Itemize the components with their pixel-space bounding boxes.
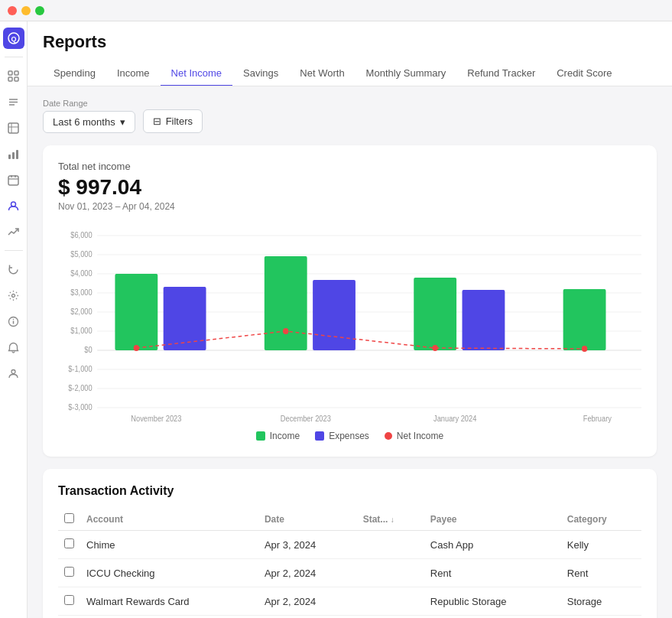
person-icon[interactable] bbox=[3, 195, 24, 216]
tab-credit-score[interactable]: Credit Score bbox=[546, 61, 622, 86]
bar-chart: $6,000 $5,000 $4,000 $3,000 $2,000 $1,00… bbox=[58, 224, 641, 423]
maximize-dot[interactable] bbox=[35, 6, 44, 15]
tab-refund-tracker[interactable]: Refund Tracker bbox=[456, 61, 546, 86]
filters-button[interactable]: ⊟ Filters bbox=[143, 109, 203, 133]
svg-rect-3 bbox=[15, 71, 18, 75]
refresh-icon[interactable] bbox=[3, 259, 24, 280]
col-date: Date bbox=[258, 509, 357, 531]
svg-text:$-2,000: $-2,000 bbox=[68, 384, 93, 392]
content-area: Date Range Last 6 months ▾ ⊟ Filters Tot… bbox=[28, 86, 672, 618]
bar-dec-income bbox=[265, 256, 307, 350]
svg-text:$0: $0 bbox=[84, 346, 92, 354]
filters-row: Date Range Last 6 months ▾ ⊟ Filters bbox=[43, 99, 657, 133]
table-header-row: Account Date Stat... ↓ Payee Category bbox=[58, 509, 641, 531]
notification-icon[interactable] bbox=[3, 337, 24, 358]
svg-text:$6,000: $6,000 bbox=[70, 231, 92, 239]
row-account: Walmart Rewards Card bbox=[80, 587, 258, 616]
checkbox-header bbox=[58, 509, 80, 531]
svg-text:January 2024: January 2024 bbox=[433, 415, 477, 423]
row-checkbox[interactable] bbox=[64, 595, 74, 605]
col-status[interactable]: Stat... ↓ bbox=[357, 509, 424, 531]
user-avatar-icon[interactable] bbox=[3, 363, 24, 384]
chart-card: Total net income $ 997.04 Nov 01, 2023 –… bbox=[43, 145, 657, 457]
income-legend-label: Income bbox=[270, 431, 300, 441]
row-date: Apr 2, 2024 bbox=[258, 587, 357, 616]
trend-icon[interactable] bbox=[3, 221, 24, 242]
svg-point-23 bbox=[13, 318, 15, 320]
close-dot[interactable] bbox=[8, 6, 17, 15]
tab-net-income[interactable]: Net Income bbox=[161, 61, 232, 86]
tab-monthly-summary[interactable]: Monthly Summary bbox=[355, 61, 457, 86]
dot-dec bbox=[283, 328, 288, 334]
table-row: ICCU Checking Apr 2, 2024 Rent Rent bbox=[58, 559, 641, 587]
row-category: Storage bbox=[561, 587, 641, 616]
svg-rect-14 bbox=[16, 150, 18, 159]
logo-icon[interactable]: Q bbox=[3, 28, 24, 49]
row-category: Rent bbox=[561, 559, 641, 587]
col-category: Category bbox=[561, 509, 641, 531]
row-status bbox=[357, 587, 424, 616]
page-title: Reports bbox=[43, 32, 657, 52]
bar-nov-income bbox=[115, 274, 157, 350]
sort-icon: ↓ bbox=[391, 516, 394, 524]
row-payee: Republic Storage bbox=[424, 587, 561, 616]
legend-income: Income bbox=[256, 431, 300, 441]
chevron-down-icon: ▾ bbox=[120, 116, 125, 128]
sidebar: Q bbox=[0, 21, 28, 618]
svg-point-19 bbox=[11, 202, 16, 207]
tab-net-worth[interactable]: Net Worth bbox=[289, 61, 355, 86]
row-payee: Rent bbox=[424, 559, 561, 587]
transaction-activity-card: Transaction Activity Account Date Stat..… bbox=[43, 469, 657, 618]
table-row: Chime Apr 3, 2024 Cash App Kelly bbox=[58, 531, 641, 559]
date-range-button[interactable]: Last 6 months ▾ bbox=[43, 111, 135, 133]
sidebar-divider-1 bbox=[5, 57, 23, 57]
reports-icon[interactable] bbox=[3, 143, 24, 164]
info-icon[interactable] bbox=[3, 311, 24, 332]
transactions-icon[interactable] bbox=[3, 91, 24, 112]
row-checkbox-cell bbox=[58, 587, 80, 616]
row-checkbox-cell bbox=[58, 559, 80, 587]
minimize-dot[interactable] bbox=[21, 6, 31, 15]
row-checkbox-cell bbox=[58, 531, 80, 559]
svg-text:$-1,000: $-1,000 bbox=[68, 365, 93, 373]
svg-text:$1,000: $1,000 bbox=[70, 327, 92, 335]
select-all-checkbox[interactable] bbox=[64, 513, 74, 523]
expenses-legend-label: Expenses bbox=[329, 431, 369, 441]
row-account: Chime bbox=[80, 531, 258, 559]
date-range-value: Last 6 months bbox=[53, 116, 115, 128]
col-account: Account bbox=[80, 509, 258, 531]
svg-rect-4 bbox=[8, 77, 12, 81]
filter-icon: ⊟ bbox=[153, 115, 161, 127]
tabs-bar: Spending Income Net Income Savings Net W… bbox=[43, 61, 657, 86]
main-content: Reports Spending Income Net Income Savin… bbox=[28, 21, 672, 618]
svg-rect-15 bbox=[8, 176, 18, 185]
bar-nov-expenses bbox=[164, 287, 206, 350]
tab-savings[interactable]: Savings bbox=[232, 61, 289, 86]
budget-icon[interactable] bbox=[3, 117, 24, 138]
row-date: Apr 2, 2024 bbox=[258, 559, 357, 587]
svg-text:February: February bbox=[583, 415, 612, 423]
expenses-legend-color bbox=[315, 431, 324, 441]
settings-icon[interactable] bbox=[3, 285, 24, 306]
row-checkbox[interactable] bbox=[64, 538, 74, 548]
title-bar: Reports Spending Income Net Income Savin… bbox=[28, 21, 672, 86]
svg-rect-12 bbox=[8, 154, 11, 159]
svg-text:$3,000: $3,000 bbox=[70, 288, 92, 297]
date-range-label: Date Range bbox=[43, 99, 135, 108]
tab-spending[interactable]: Spending bbox=[43, 61, 106, 86]
tab-income[interactable]: Income bbox=[106, 61, 161, 86]
svg-rect-9 bbox=[8, 123, 18, 133]
row-status bbox=[357, 531, 424, 559]
mac-dots bbox=[8, 6, 44, 15]
chart-legend: Income Expenses Net Income bbox=[58, 431, 641, 441]
svg-text:November 2023: November 2023 bbox=[131, 415, 181, 423]
home-icon[interactable] bbox=[3, 65, 24, 86]
svg-rect-13 bbox=[12, 152, 15, 159]
mac-titlebar bbox=[0, 0, 672, 21]
svg-text:$5,000: $5,000 bbox=[70, 250, 92, 259]
bar-jan-expenses bbox=[463, 290, 505, 350]
bar-dec-expenses bbox=[313, 280, 355, 350]
row-checkbox[interactable] bbox=[64, 567, 74, 577]
calendar-icon[interactable] bbox=[3, 169, 24, 190]
chart-amount: $ 997.04 bbox=[58, 175, 641, 200]
